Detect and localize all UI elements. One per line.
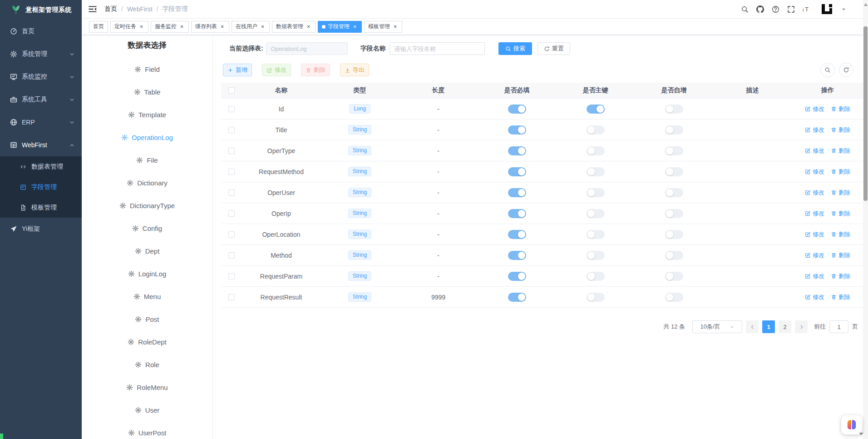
- sidebar-item-system-tools[interactable]: 系统工具: [0, 88, 82, 111]
- table-item-dept[interactable]: Dept: [82, 239, 212, 262]
- delete-button[interactable]: 删除: [301, 64, 330, 76]
- breadcrumb-item-webfirst[interactable]: WebFirst: [127, 5, 153, 13]
- sidebar-item-field-mgmt[interactable]: 字段管理: [0, 177, 82, 197]
- tab-service-monitor[interactable]: 服务监控×: [151, 21, 189, 33]
- row-checkbox[interactable]: [228, 231, 235, 238]
- row-edit-button[interactable]: 修改: [805, 126, 824, 134]
- table-item-rolemenu[interactable]: RoleMenu: [82, 376, 212, 399]
- increment-toggle[interactable]: [665, 105, 683, 114]
- avatar[interactable]: [819, 2, 833, 16]
- increment-toggle[interactable]: [665, 251, 683, 260]
- row-checkbox[interactable]: [228, 210, 235, 217]
- refresh-table-button[interactable]: [839, 63, 853, 77]
- scrollbar-up-arrow[interactable]: [864, 3, 868, 6]
- primary-toggle[interactable]: [587, 251, 605, 260]
- row-edit-button[interactable]: 修改: [805, 189, 824, 197]
- select-all-checkbox[interactable]: [228, 87, 235, 94]
- required-toggle[interactable]: [508, 188, 526, 197]
- prev-page-button[interactable]: [746, 320, 759, 333]
- goto-page-input[interactable]: [829, 320, 848, 333]
- table-item-file[interactable]: File: [82, 149, 212, 171]
- required-toggle[interactable]: [508, 251, 526, 260]
- row-edit-button[interactable]: 修改: [805, 230, 824, 239]
- primary-toggle[interactable]: [587, 125, 605, 135]
- row-delete-button[interactable]: 删除: [831, 251, 850, 259]
- row-checkbox[interactable]: [228, 148, 235, 154]
- tab-template-mgmt[interactable]: 模板管理×: [364, 21, 402, 33]
- table-item-dictionarytype[interactable]: DictionaryType: [82, 194, 212, 217]
- caret-down-icon[interactable]: [841, 7, 846, 12]
- page-size-select[interactable]: 10条/页: [692, 320, 742, 333]
- sidebar-item-erp[interactable]: ERP: [0, 111, 82, 134]
- row-delete-button[interactable]: 删除: [831, 126, 850, 134]
- table-item-operationlog[interactable]: OperationLog: [82, 126, 212, 149]
- add-button[interactable]: 新增: [223, 64, 252, 76]
- required-toggle[interactable]: [508, 125, 526, 135]
- table-item-role[interactable]: Role: [82, 353, 212, 376]
- fontsize-icon[interactable]: tT: [803, 5, 810, 13]
- row-edit-button[interactable]: 修改: [805, 105, 824, 113]
- sidebar-item-home[interactable]: 首页: [0, 20, 82, 43]
- table-item-template[interactable]: Template: [82, 103, 212, 126]
- row-delete-button[interactable]: 删除: [831, 105, 850, 113]
- table-item-field[interactable]: Field: [82, 58, 212, 80]
- required-toggle[interactable]: [508, 209, 526, 218]
- row-checkbox[interactable]: [228, 273, 235, 279]
- row-edit-button[interactable]: 修改: [805, 251, 824, 259]
- edit-button[interactable]: 修改: [262, 64, 291, 76]
- github-icon[interactable]: [756, 5, 764, 13]
- table-item-loginlog[interactable]: LoginLog: [82, 262, 212, 285]
- search-button[interactable]: 搜索: [498, 42, 532, 55]
- primary-toggle[interactable]: [587, 272, 605, 281]
- row-delete-button[interactable]: 删除: [831, 147, 850, 155]
- row-delete-button[interactable]: 删除: [831, 272, 850, 280]
- scrollbar-thumb[interactable]: [863, 26, 868, 201]
- table-item-dictionary[interactable]: Dictionary: [82, 171, 212, 194]
- row-delete-button[interactable]: 删除: [831, 293, 850, 301]
- help-icon[interactable]: [772, 5, 779, 13]
- breadcrumb-item-home[interactable]: 首页: [104, 5, 117, 13]
- required-toggle[interactable]: [508, 105, 526, 114]
- primary-toggle[interactable]: [587, 230, 605, 239]
- row-delete-button[interactable]: 删除: [831, 168, 850, 176]
- required-toggle[interactable]: [508, 272, 526, 281]
- table-item-user[interactable]: User: [82, 399, 212, 421]
- page-button-2[interactable]: 2: [779, 320, 791, 333]
- current-table-input[interactable]: [266, 42, 348, 55]
- increment-toggle[interactable]: [665, 293, 683, 302]
- search-icon[interactable]: [741, 5, 749, 13]
- table-item-userpost[interactable]: UserPost: [82, 421, 212, 439]
- sidebar-item-yi-framework[interactable]: Yi框架: [0, 218, 82, 240]
- menu-fold-icon[interactable]: [88, 5, 97, 14]
- primary-toggle[interactable]: [587, 209, 605, 218]
- row-edit-button[interactable]: 修改: [805, 147, 824, 155]
- table-item-menu[interactable]: Menu: [82, 285, 212, 308]
- required-toggle[interactable]: [508, 230, 526, 239]
- tab-online-users[interactable]: 在线用户×: [232, 21, 270, 33]
- tab-cache-list[interactable]: 缓存列表×: [191, 21, 229, 33]
- table-item-post[interactable]: Post: [82, 308, 212, 330]
- export-button[interactable]: 导出: [340, 64, 369, 76]
- increment-toggle[interactable]: [665, 167, 683, 176]
- increment-toggle[interactable]: [665, 188, 683, 197]
- table-item-roledept[interactable]: RoleDept: [82, 330, 212, 353]
- row-checkbox[interactable]: [228, 106, 235, 112]
- increment-toggle[interactable]: [665, 146, 683, 155]
- primary-toggle[interactable]: [587, 293, 605, 302]
- required-toggle[interactable]: [508, 293, 526, 302]
- tab-field-mgmt[interactable]: 字段管理×: [318, 21, 362, 33]
- row-checkbox[interactable]: [228, 294, 235, 300]
- page-button-1[interactable]: 1: [762, 320, 775, 333]
- primary-toggle[interactable]: [587, 105, 605, 114]
- primary-toggle[interactable]: [587, 146, 605, 155]
- required-toggle[interactable]: [508, 146, 526, 155]
- row-delete-button[interactable]: 删除: [831, 210, 850, 218]
- increment-toggle[interactable]: [665, 230, 683, 239]
- primary-toggle[interactable]: [587, 167, 605, 176]
- row-checkbox[interactable]: [228, 127, 235, 133]
- assistant-caret-icon[interactable]: [859, 433, 863, 435]
- row-delete-button[interactable]: 删除: [831, 189, 850, 197]
- row-edit-button[interactable]: 修改: [805, 272, 824, 280]
- increment-toggle[interactable]: [665, 209, 683, 218]
- row-checkbox[interactable]: [228, 252, 235, 259]
